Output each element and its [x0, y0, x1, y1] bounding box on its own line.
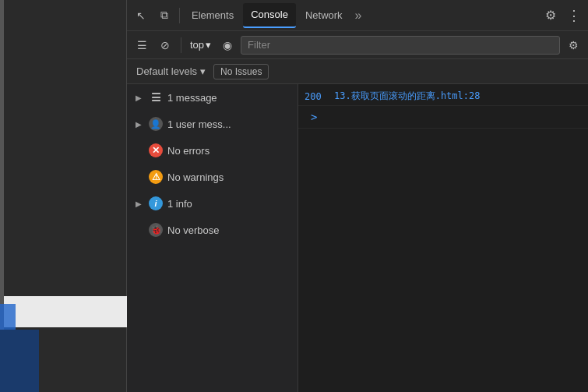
levels-toolbar: Default levels ▾ No Issues [127, 59, 588, 84]
more-tabs-icon[interactable]: » [352, 9, 365, 23]
inspect-tool-button[interactable]: ⧉ [153, 5, 175, 26]
tab-network[interactable]: Network [298, 3, 350, 28]
status-code: 200 [305, 91, 328, 102]
cursor-icon: ↖ [136, 9, 146, 22]
eye-icon: ◉ [223, 39, 232, 51]
list-item[interactable]: ✕ No errors [127, 137, 298, 164]
cursor-tool-button[interactable]: ↖ [130, 5, 152, 26]
list-item[interactable]: 🐞 No verbose [127, 217, 298, 243]
error-icon: ✕ [149, 143, 163, 157]
webpage-white-block [4, 296, 127, 327]
file-link[interactable]: 13.获取页面滚动的距离.html:28 [334, 90, 480, 103]
webpage-blue-block [0, 330, 39, 392]
devtools-panel: ↖ ⧉ Elements Console Network » ⚙ ⋮ ☰ ⊘ [127, 0, 588, 392]
filter-input[interactable] [241, 36, 560, 55]
list-icon-1message: ☰ [149, 90, 163, 104]
prompt-symbol: > [305, 108, 323, 126]
clear-console-button[interactable]: ⊘ [155, 35, 175, 55]
console-output: 200 13.获取页面滚动的距离.html:28 > [298, 84, 588, 392]
console-toolbar: ☰ ⊘ top ▾ ◉ ⚙ [127, 31, 588, 59]
no-issues-button[interactable]: No Issues [213, 64, 269, 79]
filter-settings-button[interactable]: ⚙ [563, 35, 583, 55]
expand-icon-info: ▶ [133, 198, 144, 209]
devtools-toolbar: ↖ ⧉ Elements Console Network » ⚙ ⋮ [127, 0, 588, 31]
expand-icon-1message: ▶ [133, 92, 144, 103]
sidebar-toggle-button[interactable]: ☰ [132, 35, 152, 55]
list-item[interactable]: ▶ 👤 1 user mess... [127, 111, 298, 137]
no-issues-label: No Issues [220, 66, 262, 77]
context-selector[interactable]: top ▾ [187, 37, 214, 52]
main-content: ▶ ☰ 1 message ▶ 👤 1 user mess... ✕ No er… [127, 84, 588, 392]
console-prompt-line[interactable]: > [298, 106, 588, 129]
user-mess-label: 1 user mess... [167, 118, 291, 130]
1message-label: 1 message [167, 92, 291, 104]
no-warnings-label: No warnings [167, 171, 291, 183]
context-dropdown-icon: ▾ [206, 39, 211, 51]
list-item[interactable]: ▶ i 1 info [127, 190, 298, 217]
console-line-200: 200 13.获取页面滚动的距离.html:28 [298, 87, 588, 106]
list-item[interactable]: ⚠ No warnings [127, 164, 298, 190]
toolbar-divider-1 [179, 8, 180, 23]
layers-icon: ⧉ [160, 9, 168, 22]
verbose-icon: 🐞 [149, 223, 163, 237]
warning-icon: ⚠ [149, 170, 163, 184]
ban-icon: ⊘ [160, 39, 170, 51]
sidebar-icon: ☰ [137, 39, 147, 51]
1info-label: 1 info [167, 198, 291, 210]
user-icon: 👤 [149, 117, 163, 131]
list-item[interactable]: ▶ ☰ 1 message [127, 84, 298, 111]
tab-console[interactable]: Console [243, 3, 296, 28]
filter-settings-icon: ⚙ [569, 39, 579, 51]
default-levels-label: Default levels [136, 65, 197, 77]
tab-elements[interactable]: Elements [184, 3, 241, 28]
settings-button[interactable]: ⚙ [540, 5, 562, 26]
no-verbose-label: No verbose [167, 224, 291, 236]
gear-icon: ⚙ [545, 8, 556, 23]
levels-dropdown-icon: ▾ [200, 65, 206, 77]
three-dots-icon: ⋮ [567, 7, 581, 24]
console-toolbar-divider [181, 37, 181, 53]
default-levels-button[interactable]: Default levels ▾ [132, 64, 210, 79]
info-icon: i [149, 196, 163, 210]
eye-button[interactable]: ◉ [217, 35, 238, 55]
expand-icon-user: ▶ [133, 118, 144, 129]
context-label: top [190, 39, 204, 51]
message-sidebar: ▶ ☰ 1 message ▶ 👤 1 user mess... ✕ No er… [127, 84, 298, 392]
more-options-button[interactable]: ⋮ [563, 5, 585, 26]
no-errors-label: No errors [167, 145, 291, 157]
webpage-panel: p [0, 0, 127, 392]
